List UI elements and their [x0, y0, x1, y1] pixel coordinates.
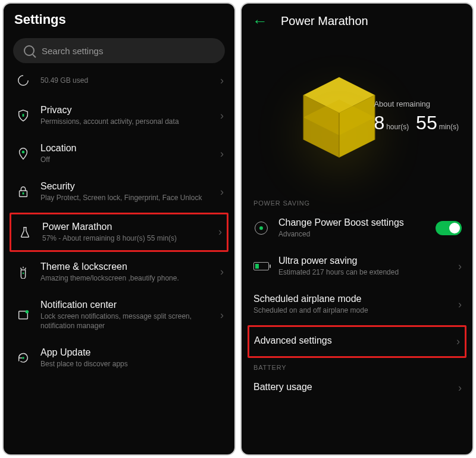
flask-icon [17, 225, 33, 240]
power-boost-icon [253, 220, 269, 236]
item-ultra-power-saving[interactable]: Ultra power savingEstimated 217 hours ca… [242, 247, 472, 285]
back-button[interactable]: ← [252, 12, 268, 30]
svg-point-7 [22, 357, 24, 360]
chevron-right-icon: › [458, 260, 462, 273]
list-item-power-marathon[interactable]: Power Marathon57% - About remaining 8 ho… [10, 213, 228, 252]
chevron-right-icon: › [456, 335, 460, 348]
svg-point-4 [23, 272, 24, 274]
item-change-power-boost[interactable]: Change Power Boost settingsAdvanced [242, 209, 472, 247]
search-input[interactable]: Search settings [13, 38, 225, 63]
chevron-right-icon: › [220, 309, 224, 322]
chevron-right-icon: › [458, 298, 462, 311]
lock-icon [15, 184, 31, 200]
item-scheduled-airplane[interactable]: Scheduled airplane modeScheduled on and … [242, 285, 472, 323]
battery-hero: About remaining 8hour(s) 55min(s) [242, 34, 472, 195]
location-icon [15, 146, 31, 161]
list-item-theme[interactable]: Theme & lockscreenAmazing theme/lockscre… [4, 253, 234, 291]
header: Settings [4, 4, 234, 31]
search-icon [24, 45, 35, 56]
shield-icon [15, 108, 31, 123]
item-advanced-settings[interactable]: Advanced settings › [248, 325, 466, 358]
notification-icon [15, 307, 31, 323]
chevron-right-icon: › [220, 74, 224, 87]
list-item-app-update[interactable]: App UpdateBest place to discover apps [4, 339, 234, 377]
chevron-right-icon: › [220, 110, 224, 122]
chevron-right-icon: › [220, 148, 224, 160]
settings-list: 50.49 GB used › PrivacyPermissions, acco… [4, 69, 234, 454]
svg-rect-3 [23, 192, 24, 195]
list-item-location[interactable]: LocationOff › [4, 135, 234, 173]
update-icon [15, 350, 31, 366]
chevron-right-icon: › [220, 266, 224, 278]
battery-icon [253, 258, 269, 274]
chevron-right-icon: › [458, 382, 462, 394]
remaining-info: About remaining 8hour(s) 55min(s) [374, 99, 461, 134]
list-item-storage[interactable]: 50.49 GB used › [4, 69, 234, 96]
header: ← Power Marathon [242, 4, 472, 34]
toggle-switch[interactable] [436, 221, 462, 235]
storage-icon [15, 73, 31, 88]
page-title: Settings [14, 12, 224, 27]
svg-rect-0 [23, 114, 24, 117]
list-item-security[interactable]: SecurityPlay Protect, Screen lock, Finge… [4, 173, 234, 211]
list-item-notification[interactable]: Notification centerLock screen notificat… [4, 291, 234, 339]
list-item-privacy[interactable]: PrivacyPermissions, account activity, pe… [4, 96, 234, 135]
svg-point-1 [22, 151, 25, 154]
power-marathon-screen: ← Power Marathon About remaining 8hour(s… [240, 2, 474, 456]
chevron-right-icon: › [220, 186, 224, 198]
page-title: Power Marathon [281, 14, 368, 28]
item-battery-usage[interactable]: Battery usage › [242, 373, 472, 403]
chevron-right-icon: › [218, 226, 222, 238]
search-placeholder: Search settings [42, 46, 103, 56]
section-battery: BATTERY [242, 359, 472, 373]
section-power-saving: POWER SAVING [242, 195, 472, 209]
cube-icon [295, 73, 384, 162]
settings-screen: Settings Search settings 50.49 GB used ›… [2, 2, 236, 456]
svg-point-6 [26, 310, 29, 314]
theme-icon [15, 264, 31, 280]
